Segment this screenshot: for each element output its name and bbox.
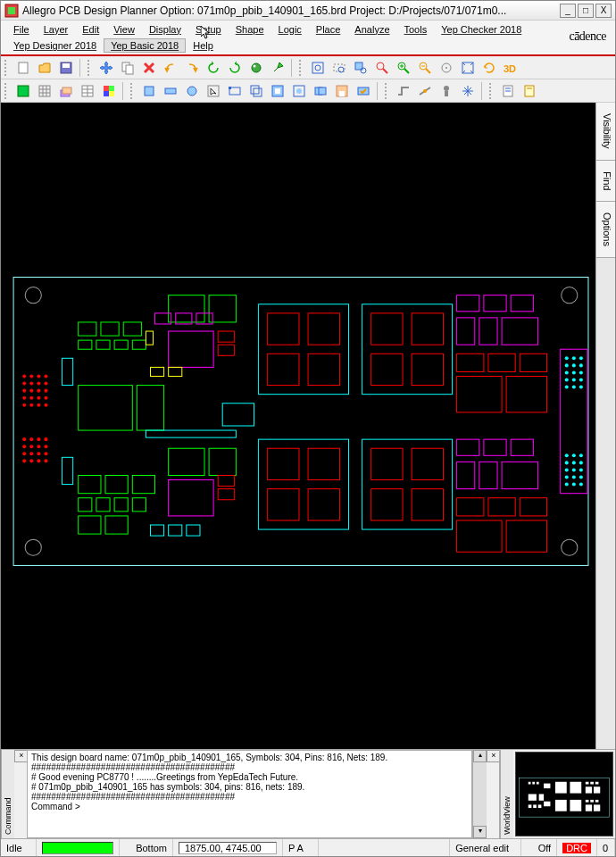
svg-rect-232 [586,782,589,785]
slide-button[interactable] [415,81,435,101]
svg-rect-235 [586,786,592,793]
menu-help[interactable]: Help [186,38,221,53]
shape-void-button[interactable] [289,81,309,101]
side-tabs: Visibility Find Options [595,103,615,749]
zoom-select-button[interactable] [351,58,370,78]
menu-edit[interactable]: Edit [75,22,106,37]
rotate-right-button[interactable] [225,58,245,78]
zoom-extents-button[interactable] [458,58,478,78]
svg-rect-44 [145,87,154,96]
menu-display[interactable]: Display [142,22,188,37]
svg-rect-149 [371,354,403,385]
worldview-tab[interactable]: WorldView [500,750,513,838]
svg-rect-40 [104,86,109,91]
redo-button[interactable] [182,58,202,78]
zoom-out-button[interactable] [415,58,435,78]
svg-rect-238 [590,800,594,803]
close-button[interactable]: X [595,4,612,18]
notes-button[interactable] [520,81,539,101]
svg-point-95 [22,445,26,448]
tab-options[interactable]: Options [596,202,615,258]
toolbar-handle[interactable] [4,60,10,76]
menu-layer[interactable]: Layer [37,22,76,37]
svg-rect-241 [594,804,600,811]
undo-button[interactable] [161,58,180,78]
zoom-window-button[interactable] [329,58,349,78]
via-button[interactable] [437,81,456,101]
scroll-up-button[interactable]: ▴ [473,750,487,762]
worldview-canvas[interactable] [515,752,613,836]
menu-view[interactable]: View [106,22,142,37]
svg-rect-239 [595,800,599,803]
cursor-icon [201,26,212,40]
fanout-button[interactable] [458,81,478,101]
move-tool-button[interactable] [96,58,116,78]
constraints-button[interactable] [13,81,33,101]
toolbar-handle[interactable] [87,60,93,76]
shape-square-button[interactable] [139,81,159,101]
command-scrollbar[interactable]: ▴ ▾ [472,750,487,838]
toolbar-handle[interactable] [130,83,136,99]
command-tab[interactable]: Command [1,750,14,838]
toolbar-handle[interactable] [4,83,10,99]
tab-visibility[interactable]: Visibility [596,103,615,161]
command-log[interactable]: This design board name: 071m0p_pbib_1409… [27,750,472,838]
menu-place[interactable]: Place [309,22,348,37]
minimize-button[interactable]: _ [560,4,576,18]
shape-fill-button[interactable] [268,81,287,101]
maximize-button[interactable]: □ [578,4,594,18]
toolbar-1: 3D [1,56,615,79]
route-button[interactable] [394,81,413,101]
shape-poly-button[interactable] [246,81,266,101]
refresh-button[interactable] [479,58,499,78]
zoom-in-button[interactable] [394,58,413,78]
new-file-button[interactable] [13,58,33,78]
report-button[interactable] [498,81,518,101]
shape-edit-button[interactable] [225,81,245,101]
3d-view-button[interactable]: 3D [501,58,520,78]
status-coords: 1875.00, 4745.00 [173,839,283,856]
scroll-down-button[interactable]: ▾ [473,826,487,838]
toolbar-handle[interactable] [489,83,495,99]
menu-yep-checker[interactable]: Yep Checker 2018 [434,22,529,37]
menu-yep-basic[interactable]: Yep Basic 2018 [104,38,186,53]
save-button[interactable] [56,58,76,78]
pin-button[interactable] [268,58,287,78]
grid-button[interactable] [35,81,54,101]
svg-rect-220 [146,430,236,437]
layers-button[interactable] [56,81,76,101]
design-canvas[interactable] [6,108,592,744]
copy-button[interactable] [118,58,137,78]
shape-check-button[interactable] [354,81,373,101]
menu-tools[interactable]: Tools [397,22,435,37]
svg-point-120 [565,379,569,382]
svg-point-94 [22,437,26,441]
svg-rect-45 [165,88,176,94]
zoom-center-button[interactable] [437,58,456,78]
menu-shape[interactable]: Shape [229,22,271,37]
svg-point-108 [44,452,47,455]
select-tool-button[interactable] [204,81,223,101]
zoom-prev-button[interactable] [372,58,392,78]
toolbar-handle[interactable] [385,83,390,99]
status-pa[interactable]: P A [283,839,319,856]
zoom-fit-button[interactable] [308,58,328,78]
toolbar-handle[interactable] [299,60,304,76]
shape-rect-button[interactable] [161,81,180,101]
open-file-button[interactable] [35,58,54,78]
color-button[interactable] [99,81,119,101]
menu-yep-designer[interactable]: Yep Designer 2018 [6,38,104,53]
svg-rect-144 [268,354,299,385]
menu-logic[interactable]: Logic [271,22,309,37]
rotate-left-button[interactable] [204,58,223,78]
svg-rect-212 [218,476,234,487]
mirror-button[interactable] [246,58,266,78]
shape-circle-button[interactable] [182,81,202,101]
tab-find[interactable]: Find [596,161,615,202]
spreadsheet-button[interactable] [78,81,97,101]
delete-button[interactable] [139,58,159,78]
shape-subtract-button[interactable] [332,81,352,101]
shape-merge-button[interactable] [311,81,330,101]
menu-analyze[interactable]: Analyze [347,22,396,37]
menu-file[interactable]: File [6,22,37,37]
